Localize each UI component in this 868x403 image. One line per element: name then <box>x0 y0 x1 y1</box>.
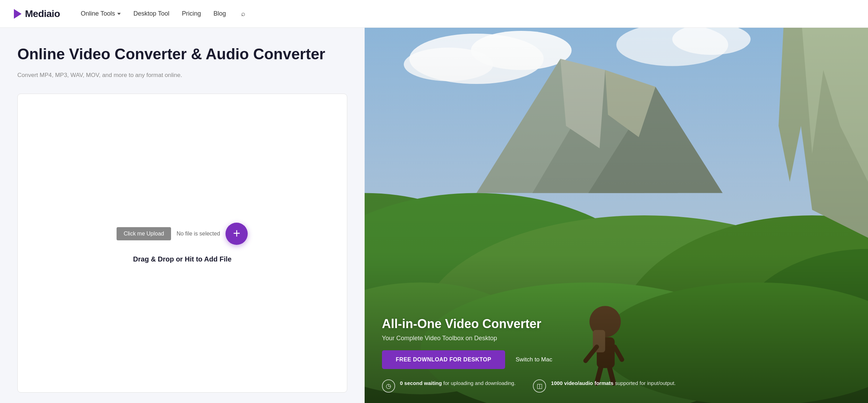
no-file-label: No file is selected <box>177 231 220 237</box>
switch-to-mac-link[interactable]: Switch to Mac <box>516 356 552 363</box>
logo-triangle-icon <box>14 9 22 19</box>
upload-area: Click me Upload No file is selected + Dr… <box>17 94 347 393</box>
feature-formats-text: 1000 video/audio formats supported for i… <box>551 379 675 387</box>
hero-subtitle: Convert MP4, MP3, WAV, MOV, and more to … <box>17 70 347 80</box>
nav-pricing[interactable]: Pricing <box>182 10 201 17</box>
converter-subtitle: Your Complete Video Toolbox on Desktop <box>382 335 851 342</box>
right-panel: All-in-One Video Converter Your Complete… <box>365 28 868 403</box>
cta-row: FREE DOWNLOAD FOR DESKTOP Switch to Mac <box>382 350 851 369</box>
hero-title: Online Video Converter & Audio Converter <box>17 45 347 63</box>
logo-area[interactable]: Mediaio <box>14 8 60 19</box>
main-layout: Online Video Converter & Audio Converter… <box>0 28 868 403</box>
feature-waiting-text: 0 second waiting for uploading and downl… <box>400 379 516 387</box>
nav-blog[interactable]: Blog <box>213 10 226 17</box>
upload-button[interactable]: Click me Upload <box>117 227 171 240</box>
drag-drop-label: Drag & Drop or Hit to Add File <box>133 255 232 263</box>
converter-title: All-in-One Video Converter <box>382 317 851 331</box>
add-file-button[interactable]: + <box>225 223 248 245</box>
feature-waiting: ◷ 0 second waiting for uploading and dow… <box>382 379 516 393</box>
formats-icon: ◫ <box>533 379 546 393</box>
site-header: Mediaio Online Tools Desktop Tool Pricin… <box>0 0 868 28</box>
main-nav: Online Tools Desktop Tool Pricing Blog ⌕ <box>81 10 246 18</box>
upload-row: Click me Upload No file is selected + <box>117 223 248 245</box>
logo-text: Mediaio <box>25 8 60 19</box>
nav-online-tools[interactable]: Online Tools <box>81 10 121 17</box>
search-icon[interactable]: ⌕ <box>241 10 245 18</box>
download-desktop-button[interactable]: FREE DOWNLOAD FOR DESKTOP <box>382 350 505 369</box>
features-row: ◷ 0 second waiting for uploading and dow… <box>382 379 851 393</box>
clock-icon: ◷ <box>382 379 395 393</box>
feature-formats: ◫ 1000 video/audio formats supported for… <box>533 379 675 393</box>
dropdown-arrow-icon <box>117 13 121 15</box>
right-content: All-in-One Video Converter Your Complete… <box>365 28 868 403</box>
nav-desktop-tool[interactable]: Desktop Tool <box>133 10 169 17</box>
plus-icon: + <box>233 227 240 240</box>
left-panel: Online Video Converter & Audio Converter… <box>0 28 365 403</box>
